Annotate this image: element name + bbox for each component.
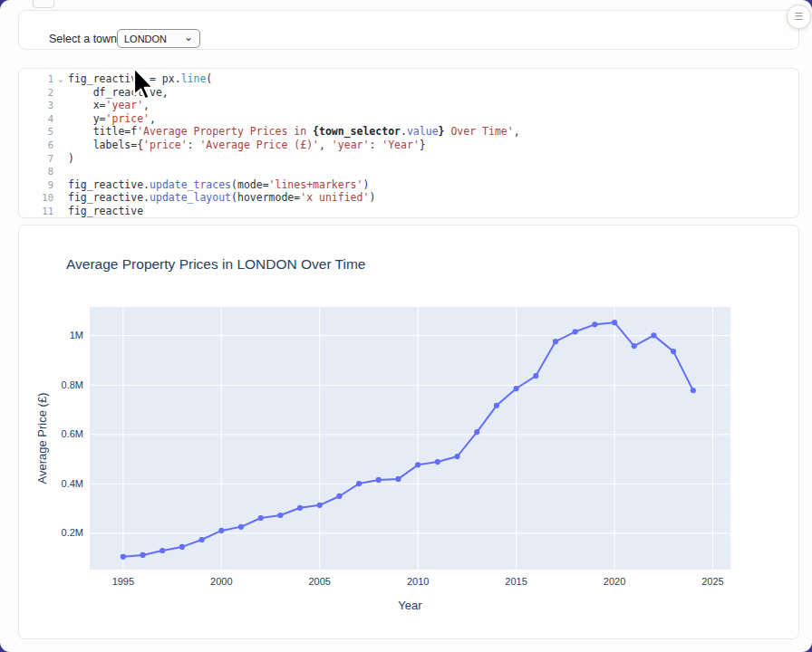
- svg-text:2000: 2000: [210, 576, 232, 587]
- menu-button[interactable]: ☰: [787, 5, 811, 29]
- code-line: 5 title=f'Average Property Prices in {to…: [19, 125, 798, 139]
- svg-text:0.4M: 0.4M: [62, 478, 83, 489]
- svg-text:2025: 2025: [701, 576, 723, 587]
- code-cell[interactable]: 1⌄fig_reactive = px.line(2 df_reactive,3…: [18, 68, 799, 218]
- svg-text:1M: 1M: [70, 330, 83, 340]
- svg-text:0.6M: 0.6M: [62, 428, 83, 439]
- svg-text:2015: 2015: [505, 576, 527, 587]
- svg-text:Average Price (£): Average Price (£): [35, 393, 49, 484]
- scrolled-cell-edge: [33, 0, 54, 8]
- code-line: 10fig_reactive.update_layout(hovermode='…: [19, 191, 798, 205]
- select-town-label: Select a town:: [49, 33, 121, 45]
- svg-text:2005: 2005: [308, 576, 330, 587]
- svg-text:0.2M: 0.2M: [62, 527, 83, 538]
- app-page: Select a town: LONDON ⌄ ☰ 1⌄fig_reactive…: [0, 0, 812, 652]
- price-chart[interactable]: 19952000200520102015202020250.2M0.4M0.6M…: [19, 225, 798, 637]
- code-line: 4 y='price',: [19, 112, 798, 126]
- town-select-value: LONDON: [124, 34, 167, 44]
- code-editor[interactable]: 1⌄fig_reactive = px.line(2 df_reactive,3…: [19, 69, 798, 218]
- code-line: 2 df_reactive,: [19, 86, 798, 100]
- code-line: 1⌄fig_reactive = px.line(: [19, 72, 798, 86]
- code-line: 8: [19, 165, 798, 178]
- town-select-dropdown[interactable]: LONDON ⌄: [117, 29, 200, 48]
- chevron-down-icon: ⌄: [184, 33, 193, 42]
- svg-text:2010: 2010: [407, 576, 429, 587]
- chart-cell: 19952000200520102015202020250.2M0.4M0.6M…: [18, 225, 799, 639]
- controls-cell: Select a town: LONDON ⌄: [18, 10, 799, 50]
- code-line: 11fig_reactive: [19, 205, 798, 218]
- svg-text:Year: Year: [398, 599, 422, 612]
- code-line: 9fig_reactive.update_traces(mode='lines+…: [19, 178, 798, 192]
- svg-text:0.8M: 0.8M: [62, 379, 83, 390]
- code-line: 3 x='year',: [19, 99, 798, 112]
- svg-text:Average Property Prices in LON: Average Property Prices in LONDON Over T…: [66, 256, 366, 272]
- svg-text:1995: 1995: [112, 576, 134, 587]
- svg-text:2020: 2020: [604, 576, 625, 587]
- hamburger-icon: ☰: [795, 11, 804, 23]
- code-line: 6 labels={'price': 'Average Price (£)', …: [19, 139, 798, 152]
- code-line: 7): [19, 152, 798, 166]
